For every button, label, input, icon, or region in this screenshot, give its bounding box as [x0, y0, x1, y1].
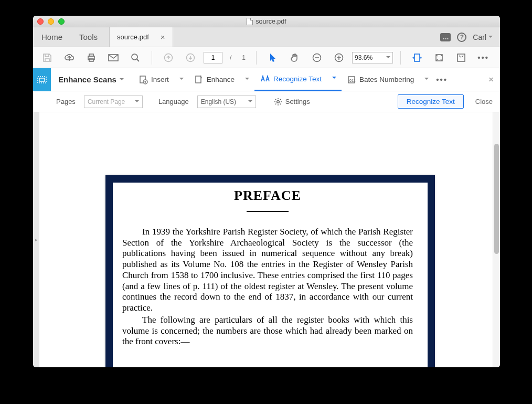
minimize-window-button[interactable] [48, 18, 54, 25]
zoom-window-button[interactable] [58, 18, 65, 25]
recognize-text-tool[interactable]: Recognize Text [254, 75, 327, 83]
search-icon[interactable] [130, 52, 141, 63]
svg-rect-13 [414, 54, 420, 61]
zoom-in-icon[interactable] [333, 52, 345, 63]
left-rail[interactable]: ▸ [33, 112, 39, 367]
tab-document[interactable]: source.pdf × [109, 27, 173, 47]
recognize-text-label: Recognize Text [273, 75, 322, 83]
cloud-icon[interactable] [63, 52, 75, 63]
zoom-value: 93.6% [355, 54, 373, 61]
chevron-down-icon [135, 100, 139, 104]
gear-icon [274, 98, 282, 106]
bates-label: Bates Numbering [359, 76, 414, 83]
save-icon[interactable] [41, 52, 53, 63]
fit-page-icon[interactable] [433, 52, 445, 63]
tab-document-label: source.pdf [117, 33, 149, 41]
mail-icon[interactable] [108, 52, 119, 63]
window-controls [37, 18, 65, 25]
chevron-down-icon[interactable] [424, 78, 429, 82]
enhance-label: Enhance [207, 76, 235, 83]
tab-right-group: ••• ? Carl [440, 27, 500, 47]
close-panel-icon[interactable]: × [488, 75, 494, 85]
svg-point-4 [132, 54, 137, 60]
page-number-input[interactable] [204, 52, 222, 63]
app-window: source.pdf Home Tools source.pdf × ••• ?… [33, 16, 500, 367]
pdf-page: PREFACE In 1939 the Yorkshire Parish Reg… [105, 175, 435, 367]
user-name: Carl [473, 33, 486, 41]
insert-label: Insert [151, 76, 169, 83]
language-label: Language [158, 98, 189, 105]
tab-strip: Home Tools source.pdf × ••• ? Carl [33, 27, 500, 47]
window-title-text: source.pdf [256, 18, 286, 25]
settings-label: Settings [285, 98, 310, 105]
document-icon [247, 18, 253, 25]
zoom-out-icon[interactable] [311, 52, 323, 63]
svg-rect-1 [89, 54, 93, 56]
pages-label: Pages [56, 98, 76, 105]
comments-icon[interactable]: ••• [440, 33, 451, 41]
more-tools-icon[interactable]: ••• [477, 52, 489, 63]
svg-point-23 [276, 100, 279, 103]
more-icon[interactable]: ••• [436, 75, 448, 84]
language-select-value: English (US) [201, 98, 244, 105]
user-menu[interactable]: Carl [473, 33, 493, 41]
insert-tool[interactable]: Insert [133, 75, 174, 84]
doc-heading: PREFACE [122, 188, 413, 204]
tab-home[interactable]: Home [33, 27, 71, 47]
hand-tool-icon[interactable] [289, 52, 301, 63]
print-icon[interactable] [86, 52, 97, 63]
enhance-scans-toolbar: Enhance Scans Insert Enhance Recognize T… [33, 68, 500, 91]
doc-paragraph-1: In 1939 the Yorkshire Parish Register So… [122, 227, 413, 314]
enhance-scans-icon[interactable] [33, 68, 51, 91]
recognize-text-button[interactable]: Recognize Text [398, 94, 464, 109]
svg-rect-17 [39, 78, 45, 81]
page-up-icon[interactable] [163, 52, 174, 63]
svg-rect-20 [196, 76, 201, 83]
chevron-down-icon[interactable] [245, 78, 249, 82]
pages-select[interactable]: Current Page [84, 95, 143, 108]
pages-select-value: Current Page [88, 98, 131, 105]
chevron-down-icon [386, 56, 390, 60]
chevron-down-icon [488, 36, 493, 40]
tab-close-icon[interactable]: × [161, 33, 165, 41]
page-total: 1 [242, 54, 246, 61]
recognize-text-subtoolbar: Pages Current Page Language English (US)… [33, 91, 500, 112]
scrollbar-thumb[interactable] [494, 144, 499, 254]
chevron-down-icon [248, 100, 252, 104]
chevron-down-icon[interactable] [179, 78, 184, 82]
page-down-icon[interactable] [185, 52, 196, 63]
main-toolbar: / 1 93.6% ••• [33, 47, 500, 68]
chevron-down-icon[interactable] [120, 78, 124, 82]
window-title: source.pdf [33, 18, 500, 25]
svg-text:012: 012 [349, 79, 356, 82]
chevron-down-icon[interactable] [332, 77, 336, 81]
scrollbar-track[interactable] [493, 112, 500, 367]
tab-tools[interactable]: Tools [71, 27, 106, 47]
heading-rule [247, 211, 289, 212]
svg-line-5 [137, 59, 139, 61]
document-area: ▸ PREFACE In 1939 the Yorkshire Parish R… [33, 112, 500, 367]
titlebar: source.pdf [33, 16, 500, 27]
close-window-button[interactable] [37, 18, 44, 25]
close-button[interactable]: Close [475, 98, 493, 105]
page-separator: / [230, 54, 231, 61]
bates-numbering-tool[interactable]: 012 Bates Numbering [342, 75, 419, 84]
enhance-scans-label: Enhance Scans [51, 75, 120, 84]
enhance-tool[interactable]: Enhance [189, 75, 240, 84]
fullscreen-icon[interactable] [455, 52, 467, 63]
svg-rect-15 [457, 54, 465, 61]
recognize-text-tool-active: Recognize Text [254, 68, 342, 91]
settings-button[interactable]: Settings [274, 98, 310, 106]
language-select[interactable]: English (US) [197, 95, 256, 108]
fit-width-icon[interactable] [411, 52, 423, 63]
zoom-select[interactable]: 93.6% [352, 52, 393, 63]
selection-tool-icon[interactable] [267, 52, 279, 63]
page-viewport[interactable]: PREFACE In 1939 the Yorkshire Parish Reg… [39, 112, 500, 367]
rail-grip-icon: ▸ [35, 237, 38, 242]
help-icon[interactable]: ? [457, 33, 466, 42]
doc-paragraph-2: The following are particulars of all the… [122, 315, 413, 347]
